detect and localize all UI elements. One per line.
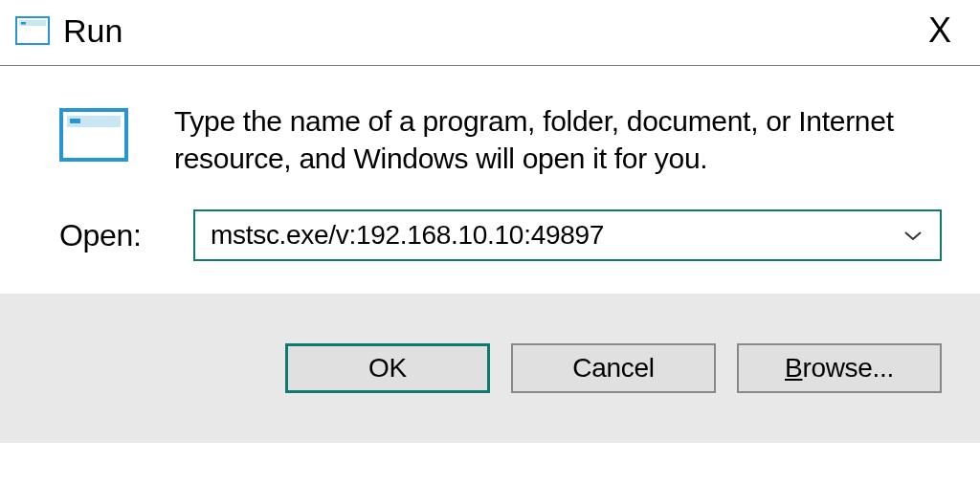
browse-button-label: Browse... bbox=[785, 353, 894, 384]
close-button[interactable]: X bbox=[921, 10, 959, 52]
titlebar-left: Run bbox=[15, 12, 122, 50]
open-label: Open: bbox=[59, 218, 147, 253]
titlebar: Run X bbox=[0, 0, 980, 66]
run-icon bbox=[15, 16, 50, 45]
cancel-button-label: Cancel bbox=[572, 353, 654, 384]
svg-rect-7 bbox=[67, 130, 121, 156]
ok-button-label: OK bbox=[368, 353, 407, 384]
svg-rect-2 bbox=[21, 22, 26, 25]
window-title: Run bbox=[63, 12, 122, 50]
content-area: Type the name of a program, folder, docu… bbox=[0, 66, 980, 294]
browse-button[interactable]: Browse... bbox=[737, 343, 942, 393]
svg-rect-6 bbox=[70, 119, 80, 123]
command-combobox[interactable] bbox=[193, 209, 942, 261]
button-bar: OK Cancel Browse... bbox=[0, 294, 980, 443]
open-row: Open: bbox=[59, 209, 942, 261]
run-icon bbox=[59, 108, 128, 162]
description-row: Type the name of a program, folder, docu… bbox=[59, 102, 942, 177]
command-input[interactable] bbox=[211, 220, 902, 251]
ok-button[interactable]: OK bbox=[285, 343, 490, 393]
cancel-button[interactable]: Cancel bbox=[511, 343, 716, 393]
description-text: Type the name of a program, folder, docu… bbox=[174, 102, 902, 177]
chevron-down-icon[interactable] bbox=[902, 224, 924, 247]
svg-rect-3 bbox=[19, 28, 46, 41]
